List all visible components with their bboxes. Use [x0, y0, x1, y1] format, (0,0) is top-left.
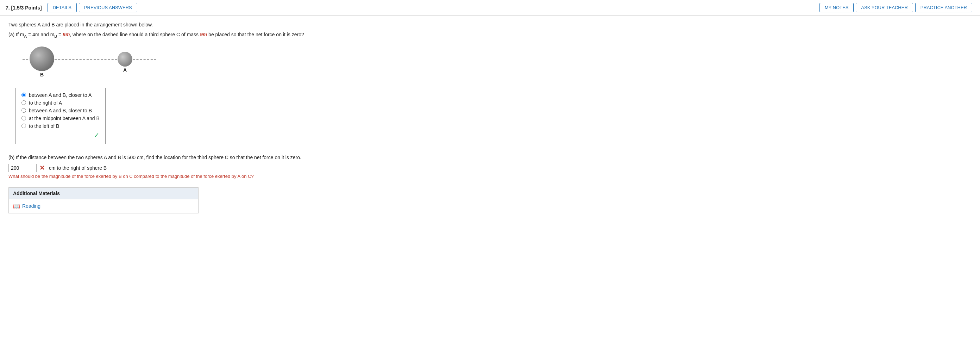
additional-materials: Additional Materials 📖 Reading — [8, 187, 199, 213]
sphere-b-container: B — [30, 46, 54, 78]
checkmark-icon: ✓ — [21, 131, 100, 140]
x-mark-icon: ✕ — [40, 164, 45, 172]
details-button[interactable]: DETAILS — [48, 3, 77, 12]
option-row-3[interactable]: between A and B, closer to B — [21, 108, 100, 113]
option-2-label: to the right of A — [29, 100, 62, 106]
part-b-label: (b) If the distance between the two sphe… — [8, 154, 414, 160]
sphere-a-label: A — [123, 67, 127, 73]
after-input-text: cm to the right of sphere B — [49, 165, 107, 171]
top-bar: 7. [1.5/3 Points] DETAILS PREVIOUS ANSWE… — [0, 0, 980, 16]
option-row-2[interactable]: to the right of A — [21, 100, 100, 106]
hint-text: What should be the magnitude of the forc… — [8, 174, 414, 179]
mass-c-value: 9m — [200, 32, 207, 37]
option-3-label: between A and B, closer to B — [29, 108, 92, 113]
sphere-b — [30, 46, 54, 71]
my-notes-button[interactable]: MY NOTES — [819, 3, 854, 12]
part-a-label: (a) If mA = 4m and mB = 9m, where on the… — [8, 32, 414, 38]
intro-text: Two spheres A and B are placed in the ar… — [8, 22, 414, 27]
part-b-input[interactable] — [8, 164, 37, 172]
question-label: 7. [1.5/3 Points] — [6, 5, 42, 11]
part-a: (a) If mA = 4m and mB = 9m, where on the… — [8, 32, 414, 148]
mass-b-value: 9m — [63, 32, 70, 37]
part-b: (b) If the distance between the two sphe… — [8, 154, 414, 179]
content: Two spheres A and B are placed in the ar… — [0, 16, 422, 220]
part-b-input-row: ✕ cm to the right of sphere B — [8, 164, 414, 172]
part-a-letter: (a) — [8, 32, 14, 37]
option-4-label: at the midpoint between A and B — [29, 116, 100, 121]
diagram-area: B A — [22, 45, 156, 77]
option-1-radio[interactable] — [21, 92, 26, 97]
option-5-label: to the left of B — [29, 123, 59, 129]
ask-teacher-button[interactable]: ASK YOUR TEACHER — [856, 3, 913, 12]
option-3-radio[interactable] — [21, 108, 26, 113]
practice-another-button[interactable]: PRACTICE ANOTHER — [915, 3, 972, 12]
additional-materials-content: 📖 Reading — [9, 199, 198, 213]
additional-materials-header: Additional Materials — [9, 188, 198, 199]
option-1-label: between A and B, closer to A — [29, 92, 92, 98]
reading-link[interactable]: 📖 Reading — [13, 203, 194, 210]
option-row-1[interactable]: between A and B, closer to A — [21, 92, 100, 98]
previous-answers-button[interactable]: PREVIOUS ANSWERS — [79, 3, 137, 12]
part-b-text: If the distance between the two spheres … — [16, 154, 301, 160]
sphere-b-label: B — [40, 72, 44, 78]
option-2-radio[interactable] — [21, 100, 26, 105]
option-5-radio[interactable] — [21, 124, 26, 128]
option-4-radio[interactable] — [21, 116, 26, 121]
options-box: between A and B, closer to A to the righ… — [16, 88, 106, 144]
book-icon: 📖 — [13, 203, 20, 210]
reading-label: Reading — [22, 203, 40, 209]
option-row-5[interactable]: to the left of B — [21, 123, 100, 129]
sphere-a-container: A — [118, 52, 132, 73]
option-row-4[interactable]: at the midpoint between A and B — [21, 116, 100, 121]
sphere-a — [118, 52, 132, 67]
part-b-letter: (b) — [8, 154, 14, 160]
